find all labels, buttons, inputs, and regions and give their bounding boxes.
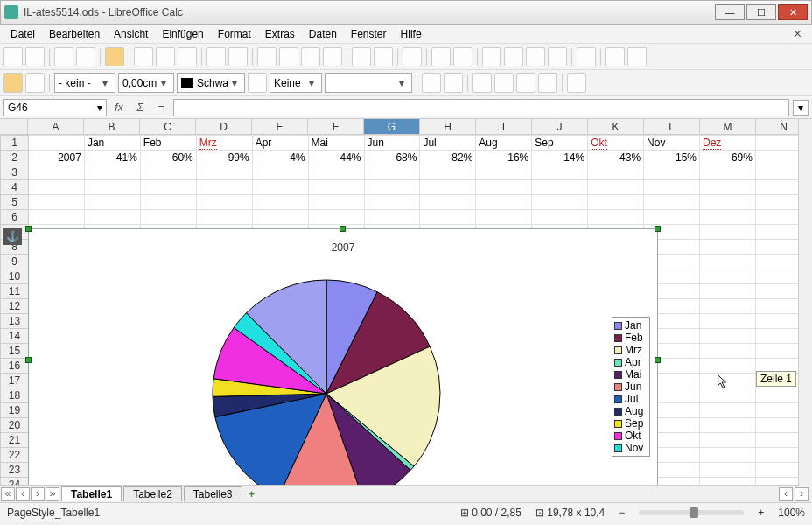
cell[interactable] [196,165,252,180]
cell[interactable] [700,225,756,240]
row-6[interactable]: 6 [1,210,29,225]
cell[interactable]: 2007 [28,150,84,165]
line-width-combo[interactable]: 0,00cm▾ [118,74,174,93]
row-17[interactable]: 17 [1,374,29,388]
background-icon[interactable] [538,74,557,93]
cell[interactable]: 43% [588,150,644,165]
cell[interactable] [532,180,588,195]
menu-fenster[interactable]: Fenster [344,26,394,42]
cell[interactable] [700,210,756,225]
menu-ansicht[interactable]: Ansicht [107,26,155,42]
cell[interactable]: 16% [476,150,532,165]
col-a[interactable]: A [28,119,84,134]
cell[interactable] [476,180,532,195]
undo-icon[interactable] [352,47,371,66]
cell[interactable]: Okt [588,136,644,150]
cell[interactable] [308,180,364,195]
cell[interactable] [644,195,700,210]
row-19[interactable]: 19 [1,403,29,418]
cell[interactable] [308,210,364,225]
help-icon[interactable] [606,47,625,66]
grid-body[interactable]: 1JanFebMrzAprMaiJunJulAugSepOktNovDez220… [0,135,812,485]
row-15[interactable]: 15 [1,344,29,359]
row-5[interactable]: 5 [1,195,29,210]
cell[interactable] [700,344,756,359]
row-24[interactable]: 24 [1,478,29,486]
cell[interactable]: 44% [308,150,364,165]
cell[interactable]: 69% [700,150,756,165]
zoom-icon[interactable] [577,47,596,66]
col-l[interactable]: L [644,119,700,134]
cell[interactable] [700,180,756,195]
fill-style-combo[interactable]: Keine▾ [270,74,322,93]
maximize-button[interactable]: ☐ [746,4,776,20]
cell[interactable] [28,180,84,195]
cell[interactable] [420,210,476,225]
cut-icon[interactable] [257,47,276,66]
menu-daten[interactable]: Daten [302,26,344,42]
new-icon[interactable] [4,47,23,66]
redo-icon[interactable] [374,47,393,66]
col-g[interactable]: G [364,119,420,134]
cell[interactable] [140,210,196,225]
autospell-icon[interactable] [228,47,248,66]
cell[interactable] [700,433,756,448]
cell[interactable] [532,195,588,210]
line-color-combo[interactable]: Schwa▾ [177,74,245,93]
cell[interactable]: 68% [364,150,420,165]
tab-tabelle2[interactable]: Tabelle2 [123,486,182,501]
rotate-icon[interactable] [422,74,441,93]
col-i[interactable]: I [476,119,532,134]
row-14[interactable]: 14 [1,329,29,344]
cell[interactable] [700,284,756,299]
row-9[interactable]: 9 [1,255,29,270]
preview-icon[interactable] [178,47,197,66]
row-1[interactable]: 1 [1,136,29,150]
cell[interactable]: Jul [420,136,476,150]
print-icon[interactable] [156,47,175,66]
open-icon[interactable] [25,47,45,66]
tab-next-icon[interactable]: › [31,487,45,501]
cell[interactable] [700,359,756,374]
row-11[interactable]: 11 [1,284,29,299]
to-back-icon[interactable] [494,74,514,93]
row-16[interactable]: 16 [1,359,29,374]
cell[interactable] [476,195,532,210]
cell[interactable] [588,165,644,180]
to-front-icon[interactable] [472,74,492,93]
cell[interactable] [364,210,420,225]
cell[interactable] [700,418,756,433]
hyperlink-icon[interactable] [402,47,422,66]
format-paint-icon[interactable] [323,47,342,66]
row-3[interactable]: 3 [1,165,29,180]
cell[interactable] [252,210,308,225]
resize-handle[interactable] [25,357,32,363]
cell[interactable]: Apr [252,136,308,150]
resize-handle[interactable] [654,357,661,363]
cell[interactable]: 41% [84,150,140,165]
anchor-icon[interactable] [444,74,463,93]
cell[interactable] [84,210,140,225]
resize-handle[interactable] [654,226,661,232]
cell[interactable]: Mrz [196,136,252,150]
cell[interactable] [420,180,476,195]
row-4[interactable]: 4 [1,180,29,195]
cell[interactable] [700,165,756,180]
cell[interactable] [700,240,756,255]
cell[interactable] [588,195,644,210]
cell[interactable] [700,299,756,314]
menu-format[interactable]: Format [211,26,258,42]
cell[interactable] [700,463,756,478]
col-d[interactable]: D [196,119,252,134]
pdf-icon[interactable] [134,47,153,66]
cell[interactable]: Sep [532,136,588,150]
cell[interactable]: 60% [140,150,196,165]
cell[interactable] [700,403,756,418]
cell[interactable] [196,195,252,210]
chart-object[interactable]: ⚓ 2007 JanFebMrzAprMaiJunJulAugSepOktNov [29,229,657,485]
row-23[interactable]: 23 [1,463,29,478]
cell[interactable]: 82% [420,150,476,165]
equals-icon[interactable]: = [152,99,170,116]
align-icon[interactable] [567,74,586,93]
tab-first-icon[interactable]: « [1,487,15,501]
